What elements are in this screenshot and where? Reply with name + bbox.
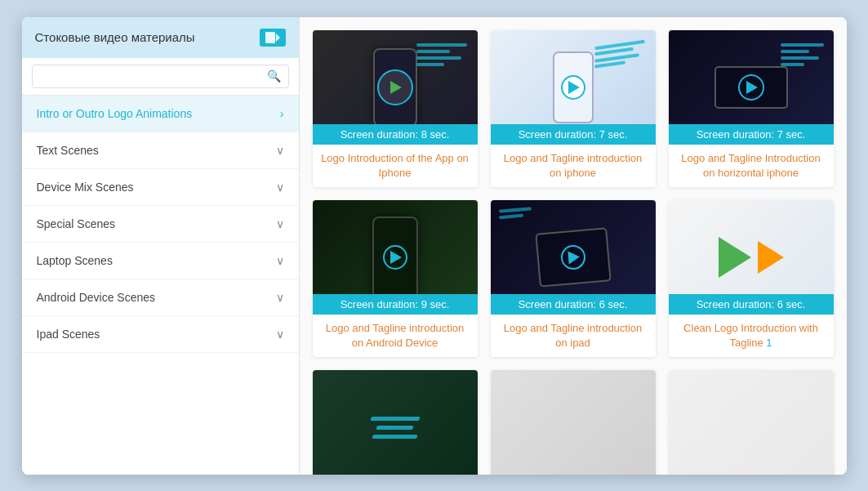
sidebar-arrow-text: ∨ [276, 144, 284, 157]
sidebar-nav: Intro or Outro Logo Animations › Text Sc… [22, 96, 299, 475]
card-6[interactable]: Screen duration: 6 sec. Clean Logo Intro… [669, 200, 834, 357]
sidebar-title: Стоковые видео материалы [35, 30, 195, 44]
sidebar-item-label: Android Device Scenes [37, 291, 156, 304]
sidebar-item-label: Special Scenes [37, 217, 116, 230]
sidebar-arrow-intro: › [280, 107, 284, 120]
play-triangle-2 [568, 81, 580, 94]
sidebar-arrow-special: ∨ [276, 217, 284, 230]
card-9[interactable] [669, 370, 834, 474]
sidebar-item-laptop[interactable]: Laptop Scenes ∨ [22, 243, 299, 279]
sidebar-item-device-mix[interactable]: Device Mix Scenes ∨ [22, 169, 299, 206]
card-2-title: Logo and Tagline introduction on iphone [491, 145, 656, 187]
sidebar-item-text-scenes[interactable]: Text Scenes ∨ [22, 132, 299, 169]
card-2-duration: Screen duration: 7 sec. [491, 124, 656, 145]
cards-grid: Screen duration: 8 sec. Logo Introductio… [313, 30, 834, 475]
play-triangle-3 [746, 81, 758, 94]
card-5-title-text: Logo and Tagline introduction on ipad [499, 321, 648, 350]
search-input[interactable] [32, 65, 289, 88]
card-2-thumb: Screen duration: 7 sec. [491, 30, 656, 145]
sidebar-arrow-ipad: ∨ [276, 328, 284, 341]
card-5[interactable]: Screen duration: 6 sec. Logo and Tagline… [491, 200, 656, 357]
sidebar-item-label: Device Mix Scenes [37, 181, 134, 194]
card-1-title: Logo Introduction of the App on Iphone [313, 145, 478, 187]
card-3-duration: Screen duration: 7 sec. [669, 124, 834, 145]
sidebar-item-intro-outro[interactable]: Intro or Outro Logo Animations › [22, 96, 299, 132]
card-5-duration: Screen duration: 6 sec. [491, 294, 656, 315]
sidebar-item-label: Intro or Outro Logo Animations [37, 107, 193, 120]
sidebar-arrow-android: ∨ [276, 291, 284, 304]
svg-rect-0 [265, 32, 275, 43]
card-4-title: Logo and Tagline introduction on Android… [313, 315, 478, 357]
card-8-thumb [491, 370, 656, 474]
card-4-thumb: Screen duration: 9 sec. [313, 200, 478, 315]
card-3[interactable]: Screen duration: 7 sec. Logo and Tagline… [669, 30, 834, 187]
card-1-thumb: Screen duration: 8 sec. [313, 30, 478, 145]
card-2[interactable]: Screen duration: 7 sec. Logo and Tagline… [491, 30, 656, 187]
card-4[interactable]: Screen duration: 9 sec. Logo and Tagline… [313, 200, 478, 357]
card-6-duration: Screen duration: 6 sec. [669, 294, 834, 315]
sidebar-item-ipad[interactable]: Ipad Scenes ∨ [22, 316, 299, 353]
sidebar-item-label: Ipad Scenes [37, 328, 100, 341]
card-1-duration: Screen duration: 8 sec. [313, 124, 478, 145]
svg-marker-1 [276, 33, 280, 42]
card-6-title: Clean Logo Introduction with Tagline 1 [669, 315, 834, 357]
video-icon [260, 29, 286, 47]
card-8[interactable] [491, 370, 656, 474]
card-3-thumb: Screen duration: 7 sec. [669, 30, 834, 145]
card-1[interactable]: Screen duration: 8 sec. Logo Introductio… [313, 30, 478, 187]
sidebar-search-container: 🔍 [22, 58, 299, 96]
card-2-title-text: Logo and Tagline introduction on iphone [499, 151, 648, 181]
sidebar-item-android[interactable]: Android Device Scenes ∨ [22, 279, 299, 316]
card-5-thumb: Screen duration: 6 sec. [491, 200, 656, 315]
card-7[interactable] [313, 370, 478, 474]
card-1-title-text: Logo Introduction of the App on Iphone [321, 151, 470, 181]
card-3-title-text: Logo and Tagline Introduction on horizon… [677, 151, 826, 181]
main-content: Screen duration: 8 sec. Logo Introductio… [300, 17, 847, 475]
card-9-thumb [669, 370, 834, 474]
play-triangle-1 [390, 81, 402, 94]
play-icon-1 [377, 69, 413, 105]
sidebar: Стоковые видео материалы 🔍 Intro or Outr… [22, 17, 300, 475]
card-6-thumb: Screen duration: 6 sec. [669, 200, 834, 315]
sidebar-arrow-device-mix: ∨ [276, 181, 284, 194]
play-triangle-5 [568, 250, 580, 264]
sidebar-header: Стоковые видео материалы [22, 17, 299, 58]
card-4-duration: Screen duration: 9 sec. [313, 294, 478, 315]
sidebar-arrow-laptop: ∨ [276, 254, 284, 267]
play-triangle-4 [390, 251, 402, 264]
sidebar-item-special[interactable]: Special Scenes ∨ [22, 206, 299, 243]
sidebar-item-label: Text Scenes [37, 144, 99, 157]
card-5-title: Logo and Tagline introduction on ipad [491, 315, 656, 357]
card-6-title-text: Clean Logo Introduction with Tagline 1 [677, 321, 826, 350]
sidebar-item-label: Laptop Scenes [37, 254, 113, 267]
card-6-number: 1 [766, 337, 772, 349]
card-3-title: Logo and Tagline Introduction on horizon… [669, 145, 834, 187]
card-7-thumb [313, 370, 478, 474]
card-4-title-text: Logo and Tagline introduction on Android… [321, 321, 470, 350]
app-window: Стоковые видео материалы 🔍 Intro or Outr… [22, 17, 847, 475]
search-icon: 🔍 [267, 69, 281, 83]
